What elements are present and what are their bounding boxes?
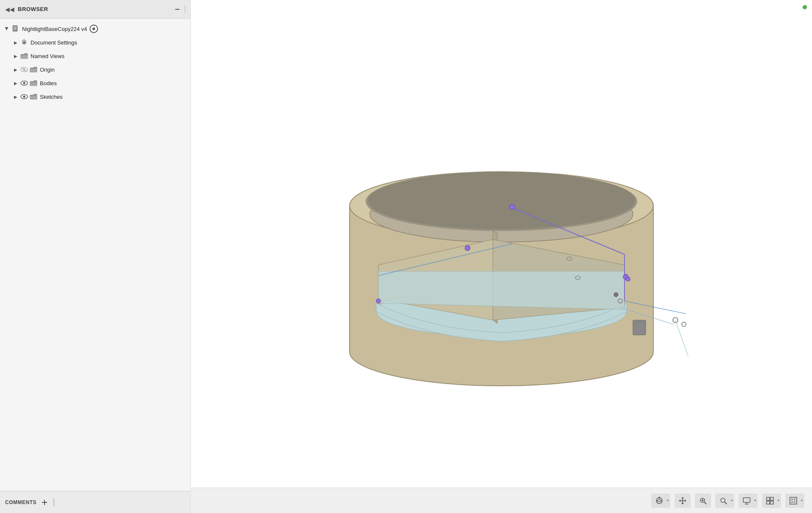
browser-header: ◀◀ BROWSER [0,0,190,19]
svg-rect-13 [42,502,47,503]
bottom-toolbar: ▾ [191,488,812,513]
root-badge-dot [92,28,95,30]
minimize-button[interactable] [173,5,182,14]
panel-controls [173,5,185,14]
tree-item-bodies[interactable]: ▶ Bodies [0,76,190,90]
svg-rect-3 [14,28,17,29]
display-group: ▾ [739,493,758,508]
svg-rect-52 [767,497,770,500]
tree-item-sketches[interactable]: ▶ Sketches [0,90,190,103]
folder-icon-sketches [29,92,38,101]
svg-rect-53 [770,497,773,500]
svg-rect-54 [767,501,770,504]
zoom-button[interactable] [717,494,730,507]
display-button[interactable] [740,494,753,507]
zoom-group: ▾ [715,493,734,508]
svg-rect-23 [633,320,646,335]
expand-arrow-sketches[interactable]: ▶ [12,93,20,100]
3d-model-svg[interactable] [340,112,663,375]
comments-panel: COMMENTS [0,491,190,513]
root-label: NightlightBaseCopy224 v4 [22,26,87,32]
svg-point-36 [376,299,381,303]
orbit-dropdown-arrow[interactable]: ▾ [667,499,669,502]
toolbar-buttons: ▾ [650,493,805,508]
document-icon [11,24,20,33]
orbit-button[interactable] [653,494,666,507]
folder-icon-origin [29,65,38,74]
pan-button[interactable] [676,494,689,507]
svg-point-35 [626,277,630,281]
svg-rect-60 [794,501,795,503]
folder-icon-bodies [29,78,38,88]
doc-settings-label: Document Settings [31,39,77,46]
eye-icon-bodies[interactable] [20,78,29,88]
svg-point-39 [682,322,686,326]
main-viewport: ▾ [191,0,812,513]
svg-rect-49 [743,498,750,502]
named-views-label: Named Views [31,53,64,59]
comments-label: COMMENTS [5,499,36,505]
root-badge [90,25,98,33]
tree-container: ▶ NightlightBaseCopy224 v4 ▶ [0,19,190,491]
svg-line-44 [704,502,706,504]
plus-icon [41,499,48,506]
tree-item-document-settings[interactable]: ▶ Document Settings [0,36,190,49]
expand-arrow-origin[interactable]: ▶ [12,66,20,73]
svg-line-48 [725,502,727,504]
expand-arrow-named-views[interactable]: ▶ [12,52,20,60]
bodies-label: Bodies [40,80,57,86]
workspace-icon [789,496,798,505]
zoom-dropdown-arrow[interactable]: ▾ [731,499,733,502]
workspace-button[interactable] [787,494,800,507]
zoom-icon [719,496,728,505]
svg-rect-57 [791,499,793,500]
add-comment-button[interactable] [40,498,49,507]
display-icon [742,496,751,505]
browser-title: BROWSER [18,6,169,12]
divider [185,6,185,13]
grid-dropdown-arrow[interactable]: ▾ [778,499,779,502]
grid-icon [766,496,774,505]
svg-point-11 [23,96,25,98]
minus-icon [174,6,180,12]
svg-point-33 [465,245,470,251]
svg-point-24 [614,293,618,297]
workspace-group: ▾ [785,493,804,508]
tree-item-root[interactable]: ▶ NightlightBaseCopy224 v4 [0,22,190,36]
svg-rect-4 [14,29,16,30]
origin-label: Origin [40,67,55,73]
orbit-icon [655,496,664,505]
pan-icon [678,496,687,505]
doc-svg [12,25,20,33]
browser-panel: ◀◀ BROWSER ▶ Nig [0,0,191,513]
pan-group [675,493,691,508]
gear-icon [20,38,29,47]
svg-rect-0 [175,9,179,10]
orbit-group: ▾ [651,493,670,508]
workspace-dropdown-arrow[interactable]: ▾ [801,499,803,502]
comments-divider [53,499,54,506]
fit-button[interactable] [697,494,709,507]
grid-button[interactable] [764,494,776,507]
grid-group: ▾ [762,493,781,508]
tree-item-origin[interactable]: ▶ Origin [0,63,190,76]
sketches-label: Sketches [40,94,62,100]
svg-point-32 [510,204,515,209]
expand-arrow-root[interactable]: ▶ [3,25,11,33]
eye-crossed-icon[interactable] [20,65,29,74]
svg-point-47 [721,498,725,502]
folder-icon-named-views [20,51,29,61]
fit-group [695,493,711,508]
back-button[interactable]: ◀◀ [5,6,14,13]
eye-icon-sketches[interactable] [20,92,29,101]
expand-arrow-doc-settings[interactable]: ▶ [12,39,20,46]
svg-point-21 [368,172,635,229]
svg-rect-59 [791,501,793,503]
expand-arrow-bodies[interactable]: ▶ [12,79,20,87]
tree-item-named-views[interactable]: ▶ Named Views [0,49,190,63]
svg-rect-56 [790,497,797,504]
fit-icon [699,496,707,505]
display-dropdown-arrow[interactable]: ▾ [754,499,756,502]
svg-point-9 [23,82,25,84]
model-area[interactable] [191,0,812,488]
